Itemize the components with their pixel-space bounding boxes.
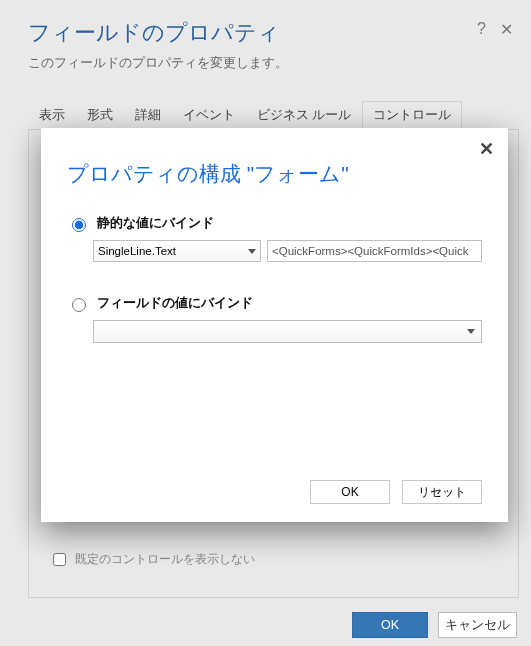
bind-static-label: 静的な値にバインド (97, 214, 214, 232)
tab-label: 詳細 (135, 108, 161, 122)
bind-field-group: フィールドの値にバインド (67, 294, 482, 343)
tab-details[interactable]: 詳細 (124, 101, 172, 130)
tab-controls[interactable]: コントロール (362, 101, 462, 130)
hide-default-control-label: 既定のコントロールを表示しない (75, 551, 255, 568)
tab-display[interactable]: 表示 (28, 101, 76, 130)
bind-static-radio[interactable] (72, 218, 86, 232)
bind-static-body: SingleLine.Text (67, 240, 482, 262)
hide-default-control-checkbox[interactable] (53, 553, 66, 566)
tab-format[interactable]: 形式 (76, 101, 124, 130)
tab-events[interactable]: イベント (172, 101, 246, 130)
dialog-ok-button[interactable]: OK (310, 480, 390, 504)
page-footer: OK キャンセル (28, 598, 519, 638)
title-row: フィールドのプロパティ ? ✕ (28, 18, 519, 54)
page-subtitle: このフィールドのプロパティを変更します。 (28, 54, 519, 72)
bind-field-combo-wrap (93, 320, 482, 343)
static-type-combo-wrap: SingleLine.Text (93, 240, 261, 262)
dialog-footer: OK リセット (67, 480, 482, 504)
page-title: フィールドのプロパティ (28, 18, 280, 48)
static-type-select[interactable]: SingleLine.Text (93, 240, 261, 262)
bind-static-option[interactable]: 静的な値にバインド (67, 214, 482, 232)
tab-business-rules[interactable]: ビジネス ルール (246, 101, 362, 130)
ok-button[interactable]: OK (352, 612, 428, 638)
field-properties-page: フィールドのプロパティ ? ✕ このフィールドのプロパティを変更します。 表示 … (0, 0, 531, 646)
bind-field-option[interactable]: フィールドの値にバインド (67, 294, 482, 312)
dialog-title: プロパティの構成 "フォーム" (67, 160, 482, 188)
static-value-input[interactable] (267, 240, 482, 262)
title-controls: ? ✕ (477, 18, 519, 39)
close-icon[interactable]: ✕ (500, 20, 513, 39)
bind-field-label: フィールドの値にバインド (97, 294, 253, 312)
tabs: 表示 形式 詳細 イベント ビジネス ルール コントロール (28, 100, 519, 130)
cancel-button[interactable]: キャンセル (438, 612, 517, 638)
tab-label: イベント (183, 108, 235, 122)
dialog-reset-button[interactable]: リセット (402, 480, 482, 504)
dialog-close-icon[interactable]: ✕ (479, 140, 494, 158)
configure-property-dialog: ✕ プロパティの構成 "フォーム" 静的な値にバインド SingleLine.T… (41, 128, 508, 522)
tab-label: コントロール (373, 108, 451, 122)
bind-field-select[interactable] (93, 320, 482, 343)
bind-static-group: 静的な値にバインド SingleLine.Text (67, 214, 482, 262)
hide-default-control-row[interactable]: 既定のコントロールを表示しない (49, 550, 255, 569)
tab-label: 形式 (87, 108, 113, 122)
tab-label: 表示 (39, 108, 65, 122)
help-icon[interactable]: ? (477, 20, 486, 39)
bind-field-radio[interactable] (72, 298, 86, 312)
tab-label: ビジネス ルール (257, 108, 351, 122)
